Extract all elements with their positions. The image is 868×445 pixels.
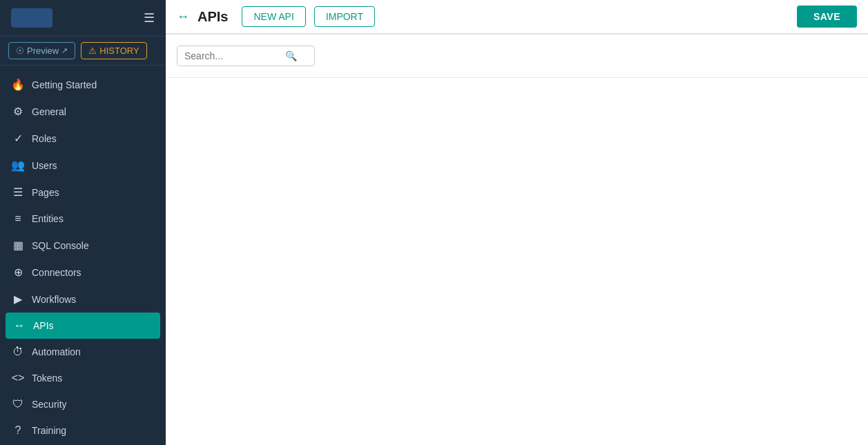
nav-icon-security: 🛡 — [11, 398, 25, 411]
api-arrow-icon: ↔ — [177, 10, 189, 24]
sidebar-item-pages[interactable]: ☰ Pages — [0, 179, 166, 206]
nav-icon-training: ? — [11, 424, 25, 437]
nav-label-apis: APIs — [33, 320, 54, 331]
nav-label-entities: Entities — [32, 213, 64, 224]
sidebar-item-general[interactable]: ⚙ General — [0, 98, 166, 125]
warning-icon: ⚠ — [88, 46, 97, 56]
nav-icon-users: 👥 — [11, 159, 25, 172]
search-box: 🔍 — [177, 46, 315, 66]
sidebar-logo — [11, 8, 52, 28]
nav-label-roles: Roles — [32, 133, 57, 144]
preview-icon: ☉ — [16, 46, 24, 56]
sidebar-item-training[interactable]: ? Training — [0, 417, 166, 444]
sidebar-item-connectors[interactable]: ⊕ Connectors — [0, 259, 166, 286]
new-api-button[interactable]: NEW API — [242, 6, 305, 27]
nav-icon-roles: ✓ — [11, 132, 25, 145]
sidebar-actions: ☉ Preview ↗ ⚠ HISTORY — [0, 37, 166, 66]
sidebar-item-sql-console[interactable]: ▦ SQL Console — [0, 232, 166, 259]
import-button[interactable]: IMPORT — [314, 6, 375, 27]
sidebar-item-users[interactable]: 👥 Users — [0, 152, 166, 179]
nav-label-workflows: Workflows — [32, 294, 76, 305]
sidebar-item-security[interactable]: 🛡 Security — [0, 391, 166, 417]
sidebar-header: ☰ — [0, 0, 166, 37]
nav-icon-entities: ≡ — [11, 212, 25, 225]
search-area: 🔍 — [166, 34, 868, 78]
nav-label-sql-console: SQL Console — [32, 240, 89, 251]
nav-icon-getting-started: 🔥 — [11, 78, 25, 91]
search-input[interactable] — [184, 50, 281, 61]
page-title: APIs — [197, 9, 228, 25]
nav-icon-sql-console: ▦ — [11, 239, 25, 252]
nav-icon-automation: ⏱ — [11, 346, 25, 358]
nav-icon-pages: ☰ — [11, 186, 25, 199]
endpoints-list — [166, 78, 868, 445]
sidebar-item-roles[interactable]: ✓ Roles — [0, 125, 166, 152]
sidebar-item-apis[interactable]: ↔ APIs — [6, 313, 160, 339]
hamburger-icon[interactable]: ☰ — [144, 10, 155, 26]
nav-label-automation: Automation — [32, 346, 81, 357]
nav-label-security: Security — [32, 399, 67, 410]
external-link-icon: ↗ — [61, 46, 68, 55]
sidebar-item-workflows[interactable]: ▶ Workflows — [0, 286, 166, 313]
nav-icon-general: ⚙ — [11, 105, 25, 118]
sidebar-nav: 🔥 Getting Started ⚙ General ✓ Roles 👥 Us… — [0, 66, 166, 445]
nav-label-connectors: Connectors — [32, 267, 81, 278]
nav-icon-apis: ↔ — [12, 319, 26, 332]
topbar: ↔ APIs NEW API IMPORT SAVE — [166, 0, 868, 34]
nav-label-tokens: Tokens — [32, 373, 62, 384]
nav-label-training: Training — [32, 425, 66, 436]
preview-button[interactable]: ☉ Preview ↗ — [8, 42, 75, 59]
history-button[interactable]: ⚠ HISTORY — [81, 42, 146, 59]
sidebar-item-tokens[interactable]: <> Tokens — [0, 365, 166, 391]
nav-icon-workflows: ▶ — [11, 293, 25, 306]
search-icon: 🔍 — [285, 50, 297, 61]
save-button[interactable]: SAVE — [797, 6, 857, 28]
sidebar-item-automation[interactable]: ⏱ Automation — [0, 339, 166, 365]
nav-icon-tokens: <> — [11, 372, 25, 384]
nav-label-pages: Pages — [32, 187, 59, 198]
main-area: ↔ APIs NEW API IMPORT SAVE 🔍 — [166, 0, 868, 445]
sidebar: ☰ ☉ Preview ↗ ⚠ HISTORY 🔥 Getting Starte… — [0, 0, 166, 445]
nav-label-getting-started: Getting Started — [32, 79, 97, 90]
nav-label-users: Users — [32, 160, 57, 171]
nav-icon-connectors: ⊕ — [11, 266, 25, 279]
sidebar-item-entities[interactable]: ≡ Entities — [0, 206, 166, 232]
nav-label-general: General — [32, 106, 66, 117]
sidebar-item-getting-started[interactable]: 🔥 Getting Started — [0, 71, 166, 98]
